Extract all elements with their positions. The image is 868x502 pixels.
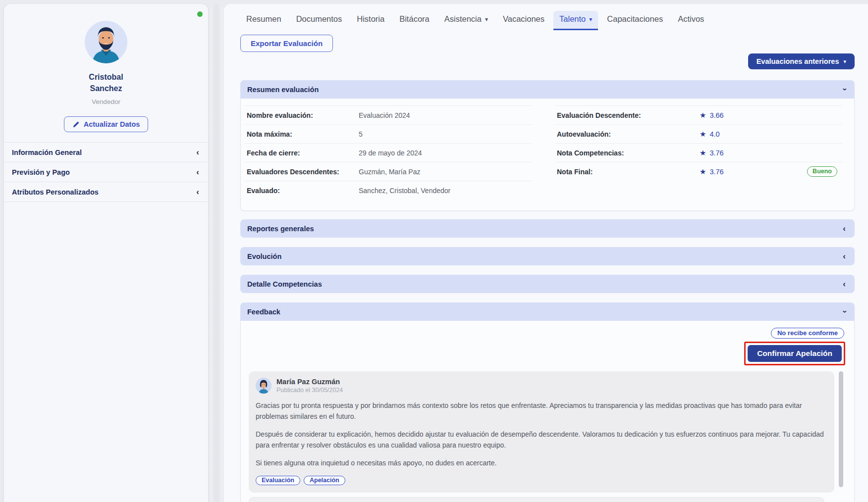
summary-row: Nombre evaluación: Evaluación 2024 — [245, 105, 532, 124]
star-icon: ★ — [700, 130, 706, 138]
female-avatar-icon — [256, 378, 271, 394]
tag-evaluacion: Evaluación — [256, 476, 300, 485]
evolucion-header[interactable]: Evolución ‹ — [240, 247, 855, 265]
chevron-down-icon: ‹ — [840, 88, 849, 91]
summary-score-row: Nota Competencias: ★3.76 — [555, 143, 842, 162]
tab-capacitaciones[interactable]: Capacitaciones — [601, 11, 669, 29]
reportes-generales-header[interactable]: Reportes generales ‹ — [240, 219, 855, 238]
panel-title: Detalle Competencias — [247, 280, 322, 288]
main-content: Resumen Documentos Historia Bitácora Asi… — [224, 4, 868, 502]
comment-paragraph: Si tienes alguna otra inquietud o necesi… — [256, 457, 824, 468]
chevron-left-icon: ‹ — [196, 148, 199, 156]
evolucion-panel: Evolución ‹ — [240, 247, 855, 265]
sidebar-sections: Información General ‹ Previsión y Pago ‹… — [4, 142, 208, 202]
comment-paragraph: Después de considerar tu explicación, he… — [256, 429, 824, 451]
chevron-left-icon: ‹ — [843, 252, 846, 260]
page-scrollbar-track[interactable] — [210, 4, 223, 502]
no-recibe-conforme-badge: No recibe conforme — [771, 328, 844, 339]
chevron-left-icon: ‹ — [843, 224, 846, 233]
sidebar-item-informacion-general[interactable]: Información General ‹ — [4, 142, 208, 162]
tab-documentos[interactable]: Documentos — [290, 11, 348, 29]
comments-scroll-area: María Paz Guzmán Publicado el 30/05/2024… — [249, 371, 844, 502]
employee-name: Cristobal Sanchez — [4, 71, 208, 94]
feedback-body: No recibe conforme Confirmar Apelación — [240, 321, 855, 502]
summary-right-column: Evaluación Descendente: ★3.66 Autoevalua… — [555, 105, 842, 200]
online-status-dot — [197, 11, 203, 17]
summary-row: Evaluadores Descendentes: Guzmán, María … — [245, 162, 532, 181]
star-icon: ★ — [700, 149, 706, 156]
tab-historia[interactable]: Historia — [351, 11, 390, 29]
tab-activos[interactable]: Activos — [672, 11, 710, 29]
star-icon: ★ — [700, 111, 706, 119]
sidebar-item-prevision-y-pago[interactable]: Previsión y Pago ‹ — [4, 162, 208, 182]
previous-evaluations-button[interactable]: Evaluaciones anteriores ▾ — [748, 53, 855, 69]
employee-role: Vendedor — [4, 98, 208, 105]
reportes-generales-panel: Reportes generales ‹ — [240, 219, 855, 238]
tab-vacaciones[interactable]: Vacaciones — [497, 11, 550, 29]
tab-talento[interactable]: Talento ▾ — [553, 11, 598, 30]
evaluation-summary-panel: Resumen evaluación ‹ Nombre evaluación: … — [240, 80, 855, 211]
sidebar-item-label: Información General — [12, 149, 82, 156]
profile-tabs: Resumen Documentos Historia Bitácora Asi… — [240, 11, 855, 32]
summary-row: Evaluado: Sanchez, Cristobal, Vendedor — [245, 181, 532, 200]
evaluation-summary-body: Nombre evaluación: Evaluación 2024 Nota … — [240, 99, 855, 211]
tag-apelacion: Apelación — [304, 476, 345, 485]
caret-down-icon: ▾ — [589, 16, 592, 23]
male-avatar-icon — [85, 21, 127, 63]
chevron-down-icon: ‹ — [840, 310, 849, 313]
export-evaluation-button[interactable]: Exportar Evaluación — [240, 35, 333, 52]
next-comment-peek — [249, 497, 824, 502]
chevron-left-icon: ‹ — [196, 168, 199, 176]
sidebar-item-label: Atributos Personalizados — [12, 188, 99, 196]
star-icon: ★ — [700, 168, 706, 175]
sidebar-item-label: Previsión y Pago — [12, 168, 70, 176]
summary-row: Fecha de cierre: 29 de mayo de 2024 — [245, 143, 532, 162]
update-data-label: Actualizar Datos — [84, 120, 140, 128]
annotation-highlight-box: Confirmar Apelación — [744, 342, 845, 365]
pencil-icon — [72, 121, 80, 128]
employee-first-name: Cristobal — [4, 71, 208, 83]
caret-down-icon: ▾ — [843, 58, 846, 65]
summary-score-row: Autoevaluación: ★4.0 — [555, 124, 842, 143]
feedback-panel: Feedback ‹ No recibe conforme Confirmar … — [240, 302, 855, 502]
feedback-comment: María Paz Guzmán Publicado el 30/05/2024… — [249, 371, 834, 493]
panel-title: Resumen evaluación — [247, 86, 319, 94]
feedback-header[interactable]: Feedback ‹ — [240, 302, 855, 321]
comment-paragraph: Gracias por tu pronta respuesta y por br… — [256, 400, 824, 422]
summary-score-row: Nota Final: ★3.76 Bueno — [555, 162, 842, 181]
status-badge-bueno: Bueno — [807, 166, 837, 177]
sidebar-item-atributos-personalizados[interactable]: Atributos Personalizados ‹ — [4, 182, 208, 202]
chevron-left-icon: ‹ — [843, 280, 846, 288]
score-value: 3.66 — [709, 111, 723, 119]
summary-row: Nota máxima: 5 — [245, 124, 532, 143]
tab-resumen[interactable]: Resumen — [240, 11, 287, 29]
chevron-left-icon: ‹ — [196, 188, 199, 196]
score-value: 3.76 — [709, 168, 723, 176]
panel-title: Feedback — [247, 308, 280, 316]
summary-score-row: Evaluación Descendente: ★3.66 — [555, 105, 842, 124]
comments-scrollbar-thumb[interactable] — [839, 371, 843, 487]
summary-left-column: Nombre evaluación: Evaluación 2024 Nota … — [245, 105, 532, 200]
commenter-avatar — [256, 378, 271, 394]
employee-avatar — [85, 21, 127, 63]
employee-last-name: Sanchez — [4, 83, 208, 94]
tab-asistencia[interactable]: Asistencia ▾ — [438, 11, 494, 29]
employee-sidebar: Cristobal Sanchez Vendedor Actualizar Da… — [4, 4, 208, 502]
update-data-button[interactable]: Actualizar Datos — [64, 116, 149, 132]
comment-tags: Evaluación Apelación — [256, 476, 824, 485]
evaluation-summary-header[interactable]: Resumen evaluación ‹ — [240, 80, 855, 99]
confirm-appeal-button[interactable]: Confirmar Apelación — [748, 345, 842, 362]
comment-author: María Paz Guzmán — [276, 378, 343, 386]
comment-published-date: Publicado el 30/05/2024 — [276, 387, 343, 394]
score-value: 4.0 — [709, 130, 719, 138]
detalle-competencias-panel: Detalle Competencias ‹ — [240, 275, 855, 293]
caret-down-icon: ▾ — [485, 16, 488, 23]
detalle-competencias-header[interactable]: Detalle Competencias ‹ — [240, 275, 855, 293]
tab-bitacora[interactable]: Bitácora — [393, 11, 435, 29]
panel-title: Evolución — [247, 252, 281, 260]
score-value: 3.76 — [709, 149, 723, 157]
panel-title: Reportes generales — [247, 225, 314, 233]
